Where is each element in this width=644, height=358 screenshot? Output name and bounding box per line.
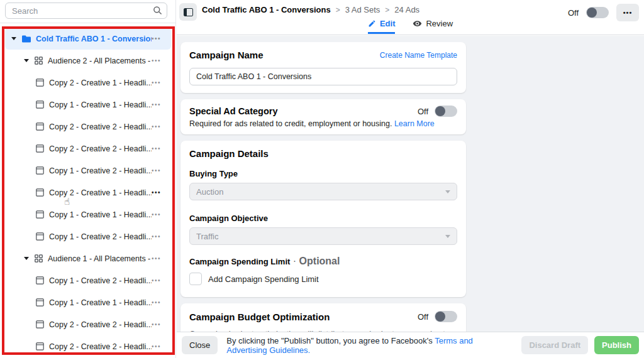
tree-row[interactable]: Copy 1 - Creative 2 - Headli... xyxy=(5,225,171,247)
tree-row-label: Copy 2 - Creative 2 - Headli... xyxy=(49,122,152,131)
discard-draft-button[interactable]: Discard Draft xyxy=(521,336,588,354)
create-name-template-link[interactable]: Create Name Template xyxy=(380,51,457,60)
special-ad-category-title: Special Ad Category xyxy=(189,106,277,116)
buying-type-select[interactable]: Auction xyxy=(189,183,457,200)
row-more-options-button[interactable] xyxy=(152,101,171,108)
row-more-options-button[interactable] xyxy=(152,145,171,152)
publish-button[interactable]: Publish xyxy=(594,336,639,354)
budget-optimization-toggle[interactable] xyxy=(435,311,457,322)
ad-icon xyxy=(36,276,44,285)
tree-row[interactable]: Audience 2 - All Placements - ... xyxy=(5,50,171,72)
tab-review[interactable]: Review xyxy=(413,19,453,34)
tree-row[interactable]: Copy 1 - Creative 2 - Headli... xyxy=(5,160,171,182)
row-more-options-button[interactable] xyxy=(152,343,171,350)
special-ad-category-card: Special Ad Category Off Required for ads… xyxy=(180,99,466,134)
spending-limit-optional-label: Optional xyxy=(299,256,340,266)
tree-row[interactable]: Copy 2 - Creative 2 - Headli... xyxy=(5,116,171,138)
tree-row[interactable]: Copy 2 - Creative 1 - Headli... xyxy=(5,72,171,94)
ad-icon xyxy=(36,320,44,328)
tree-row-label: Copy 1 - Creative 1 - Headli... xyxy=(49,100,152,109)
search-input[interactable] xyxy=(5,3,167,19)
ad-icon xyxy=(36,166,44,175)
add-spending-limit-label: Add Campaign Spending Limit xyxy=(208,274,319,284)
special-ad-category-toggle[interactable] xyxy=(435,106,457,117)
caret-down-icon[interactable] xyxy=(24,257,29,260)
ad-icon xyxy=(36,342,44,350)
tree-row[interactable]: Copy 1 - Creative 1 - Headli... xyxy=(5,203,171,225)
search-icon xyxy=(153,6,162,18)
tree-row[interactable]: Copy 2 - Creative 2 - Headli... xyxy=(5,313,171,335)
tree-row[interactable]: Audience 1 - All Placements - ... xyxy=(5,247,171,269)
row-more-options-button[interactable] xyxy=(152,123,171,130)
ad-icon xyxy=(36,122,44,131)
campaign-sidebar: Cold Traffic ABO 1 - Conversions Audienc… xyxy=(0,0,176,358)
chevron-down-icon xyxy=(445,190,450,193)
row-more-options-button[interactable] xyxy=(152,167,171,174)
agreement-prefix: By clicking the "Publish" button, you ag… xyxy=(226,336,433,345)
tree-row-label: Copy 1 - Creative 2 - Headli... xyxy=(49,276,152,285)
ads-manager-editor: Cold Traffic ABO 1 - Conversions Audienc… xyxy=(0,0,644,358)
row-more-options-button[interactable] xyxy=(152,233,171,240)
campaign-objective-value: Traffic xyxy=(196,232,218,241)
breadcrumb-adsets[interactable]: 3 Ad Sets xyxy=(345,5,380,14)
adset-grid-icon xyxy=(35,57,43,65)
campaign-status-toggle[interactable] xyxy=(586,7,609,18)
tree-row[interactable]: Cold Traffic ABO 1 - Conversions xyxy=(5,28,171,50)
ad-icon xyxy=(36,232,44,241)
breadcrumb-campaign[interactable]: Cold Traffic ABO 1 - Conversions xyxy=(202,5,331,14)
add-spending-limit-checkbox[interactable] xyxy=(189,273,202,285)
close-button[interactable]: Close xyxy=(182,336,218,354)
tree-row-label: Copy 2 - Creative 2 - Headli... xyxy=(49,342,152,351)
chevron-right-icon: > xyxy=(385,6,389,14)
spending-limit-separator: · xyxy=(293,256,296,266)
tree-row-label: Copy 2 - Creative 2 - Headli... xyxy=(49,144,152,153)
campaign-objective-select[interactable]: Traffic xyxy=(189,227,457,245)
row-more-options-button[interactable] xyxy=(152,57,171,64)
row-more-options-button[interactable] xyxy=(152,299,171,306)
tree-row[interactable]: Copy 2 - Creative 1 - Headli... xyxy=(5,182,171,203)
special-ad-category-learn-more-link[interactable]: Learn More xyxy=(394,119,435,128)
tree-row[interactable]: Copy 2 - Creative 2 - Headli... xyxy=(5,138,171,160)
tree-row-label: Copy 1 - Creative 2 - Headli... xyxy=(49,166,152,175)
budget-optimization-title: Campaign Budget Optimization xyxy=(189,312,330,322)
tree-row[interactable]: Copy 2 - Creative 2 - Headli... xyxy=(5,335,171,357)
main-panel: Cold Traffic ABO 1 - Conversions > 3 Ad … xyxy=(177,0,644,358)
adset-grid-icon xyxy=(35,254,43,263)
breadcrumb: Cold Traffic ABO 1 - Conversions > 3 Ad … xyxy=(202,5,419,14)
ad-icon xyxy=(36,100,44,109)
ad-icon xyxy=(36,79,44,87)
tree-row[interactable]: Copy 1 - Creative 1 - Headli... xyxy=(5,291,171,313)
row-more-options-button[interactable] xyxy=(152,79,171,86)
chevron-right-icon: > xyxy=(336,6,340,14)
tree-row-label: Copy 1 - Creative 1 - Headli... xyxy=(49,298,152,307)
special-ad-category-toggle-label: Off xyxy=(418,107,428,116)
tree-row[interactable]: Copy 1 - Creative 2 - Headli... xyxy=(5,269,171,291)
row-more-options-button[interactable] xyxy=(152,321,171,328)
row-more-options-button[interactable] xyxy=(152,211,171,218)
panel-icon xyxy=(184,8,193,16)
row-more-options-button[interactable] xyxy=(152,255,171,262)
campaign-name-input[interactable] xyxy=(189,68,457,85)
campaign-objective-label: Campaign Objective xyxy=(189,214,457,223)
hand-cursor-icon: ☝ xyxy=(64,196,70,207)
main-header: Cold Traffic ABO 1 - Conversions > 3 Ad … xyxy=(177,0,644,35)
ad-icon xyxy=(36,144,44,153)
collapse-sidebar-button[interactable] xyxy=(179,3,197,21)
campaign-status-label: Off xyxy=(568,8,579,18)
spending-limit-label: Campaign Spending Limit xyxy=(189,257,290,266)
row-more-options-button[interactable] xyxy=(152,35,171,42)
tab-edit[interactable]: Edit xyxy=(368,19,396,34)
caret-down-icon[interactable] xyxy=(11,37,16,40)
row-more-options-button[interactable] xyxy=(152,189,171,196)
edit-content-scroll: Campaign Name Create Name Template Speci… xyxy=(177,36,644,332)
tree-row-label: Audience 2 - All Placements - ... xyxy=(48,57,152,65)
breadcrumb-ads[interactable]: 24 Ads xyxy=(394,5,419,14)
tree-row-label: Copy 2 - Creative 1 - Headli... xyxy=(49,79,152,87)
row-more-options-button[interactable] xyxy=(152,277,171,284)
tree-row-label: Copy 2 - Creative 2 - Headli... xyxy=(49,320,152,329)
tree-row[interactable]: Copy 1 - Creative 1 - Headli... xyxy=(5,94,171,116)
ad-icon xyxy=(36,210,44,219)
ad-icon xyxy=(36,188,44,197)
eye-icon xyxy=(413,19,422,28)
caret-down-icon[interactable] xyxy=(24,59,29,62)
